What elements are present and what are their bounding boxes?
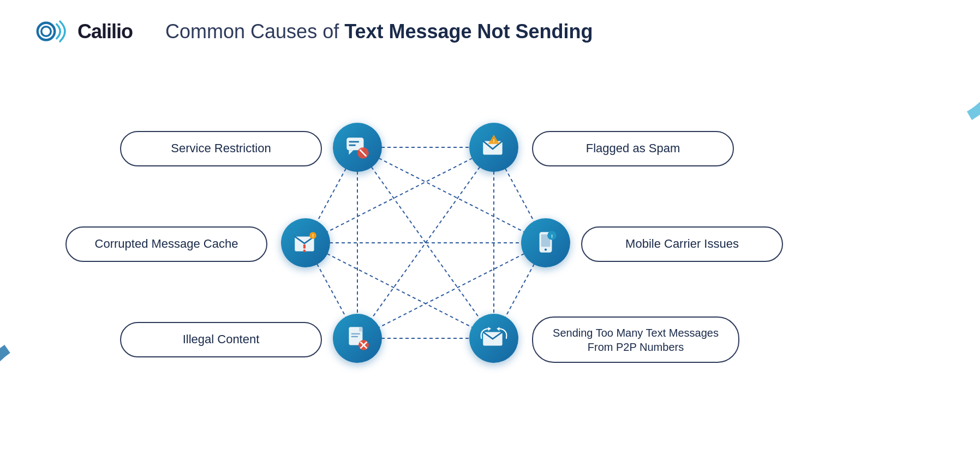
svg-point-1 [41, 27, 51, 37]
svg-text:!: ! [312, 233, 314, 238]
svg-rect-39 [351, 336, 358, 337]
svg-line-7 [306, 147, 494, 243]
mobile-carrier-icon: ! [521, 218, 570, 267]
svg-marker-44 [488, 327, 491, 331]
header: Calilio Common Causes of Text Message No… [0, 0, 980, 52]
corrupted-cache-label: Corrupted Message Cache [65, 226, 267, 262]
svg-text:!: ! [493, 138, 494, 144]
corrupted-cache-icon: ! [281, 218, 330, 267]
logo: Calilio [33, 16, 133, 46]
svg-marker-18 [349, 150, 353, 154]
logo-icon [33, 16, 71, 46]
service-restriction-icon [333, 123, 382, 172]
diagram: ! ! ! [0, 57, 980, 417]
svg-rect-38 [351, 333, 361, 334]
flagged-spam-icon: ! [469, 123, 518, 172]
svg-rect-19 [349, 141, 359, 143]
svg-line-9 [357, 147, 494, 338]
svg-line-6 [357, 147, 494, 338]
svg-rect-37 [359, 327, 362, 331]
logo-text: Calilio [77, 20, 133, 43]
svg-rect-28 [303, 249, 306, 252]
svg-line-13 [306, 243, 494, 338]
illegal-content-label: Illegal Content [120, 322, 322, 357]
mobile-carrier-label: Mobile Carrier Issues [581, 226, 783, 262]
svg-text:!: ! [551, 234, 553, 239]
page-title: Common Causes of Text Message Not Sendin… [165, 20, 593, 43]
svg-rect-27 [303, 244, 306, 248]
flagged-as-spam-label: Flagged as Spam [532, 131, 734, 166]
svg-line-14 [357, 243, 546, 338]
svg-line-4 [357, 147, 546, 243]
svg-point-33 [545, 248, 547, 250]
service-restriction-label: Service Restriction [120, 131, 322, 166]
svg-marker-45 [497, 327, 499, 331]
sending-too-many-label: Sending Too Many Text Messages From P2P … [532, 316, 739, 363]
svg-point-0 [38, 23, 55, 40]
sending-too-many-icon [469, 314, 518, 363]
svg-rect-20 [349, 145, 355, 146]
illegal-content-icon [333, 314, 382, 363]
